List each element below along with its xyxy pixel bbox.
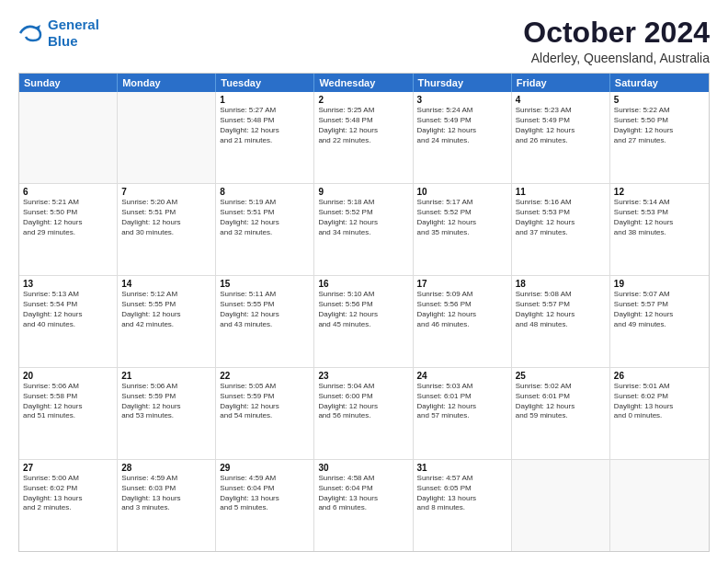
- logo-text: General Blue: [48, 17, 99, 50]
- cell-info-line: Daylight: 12 hours: [614, 126, 705, 136]
- cell-info-line: and 26 minutes.: [516, 136, 606, 146]
- day-cell-11: 11Sunrise: 5:16 AMSunset: 5:53 PMDayligh…: [512, 184, 610, 275]
- day-number: 19: [614, 279, 705, 289]
- cell-info-line: Sunrise: 5:06 AM: [23, 382, 113, 392]
- cell-info-line: and 6 minutes.: [318, 503, 408, 513]
- empty-cell: [610, 460, 709, 551]
- day-cell-24: 24Sunrise: 5:03 AMSunset: 6:01 PMDayligh…: [414, 368, 512, 459]
- cell-info-line: Sunset: 5:50 PM: [23, 208, 113, 218]
- calendar-row-0: 1Sunrise: 5:27 AMSunset: 5:48 PMDaylight…: [19, 92, 709, 184]
- empty-cell: [512, 460, 610, 551]
- cell-info-line: and 54 minutes.: [220, 411, 310, 421]
- cell-info-line: Daylight: 12 hours: [121, 310, 211, 320]
- cell-info-line: Sunrise: 5:08 AM: [516, 290, 606, 300]
- day-number: 23: [318, 371, 408, 381]
- cell-info-line: Sunset: 5:52 PM: [318, 208, 408, 218]
- cell-info-line: Daylight: 12 hours: [516, 310, 606, 320]
- cell-info-line: Sunset: 6:02 PM: [23, 484, 113, 494]
- cell-info-line: Sunrise: 5:25 AM: [318, 106, 408, 116]
- day-number: 20: [23, 371, 113, 381]
- cell-info-line: Sunset: 5:57 PM: [614, 300, 705, 310]
- day-header-saturday: Saturday: [610, 74, 709, 92]
- cell-info-line: Daylight: 13 hours: [23, 494, 113, 504]
- cell-info-line: and 35 minutes.: [417, 228, 507, 238]
- day-number: 18: [516, 279, 606, 289]
- cell-info-line: and 29 minutes.: [23, 228, 113, 238]
- cell-info-line: Sunrise: 5:10 AM: [318, 290, 408, 300]
- cell-info-line: Sunrise: 5:03 AM: [417, 382, 507, 392]
- cell-info-line: Sunrise: 5:27 AM: [220, 106, 310, 116]
- cell-info-line: Sunset: 5:56 PM: [318, 300, 408, 310]
- cell-info-line: Sunrise: 4:59 AM: [220, 474, 310, 484]
- cell-info-line: Daylight: 12 hours: [318, 310, 408, 320]
- month-title: October 2024: [523, 17, 710, 49]
- day-cell-18: 18Sunrise: 5:08 AMSunset: 5:57 PMDayligh…: [512, 276, 610, 367]
- cell-info-line: and 32 minutes.: [220, 228, 310, 238]
- cell-info-line: Daylight: 12 hours: [220, 402, 310, 412]
- cell-info-line: Sunrise: 5:14 AM: [614, 198, 705, 208]
- cell-info-line: Daylight: 12 hours: [417, 126, 507, 136]
- cell-info-line: Sunset: 5:56 PM: [417, 300, 507, 310]
- cell-info-line: and 40 minutes.: [23, 320, 113, 330]
- cell-info-line: Sunrise: 5:04 AM: [318, 382, 408, 392]
- day-cell-7: 7Sunrise: 5:20 AMSunset: 5:51 PMDaylight…: [118, 184, 216, 275]
- cell-info-line: Sunset: 6:04 PM: [220, 484, 310, 494]
- cell-info-line: Sunset: 5:55 PM: [220, 300, 310, 310]
- cell-info-line: Sunrise: 5:01 AM: [614, 382, 705, 392]
- cell-info-line: Sunset: 6:04 PM: [318, 484, 408, 494]
- cell-info-line: Sunrise: 5:05 AM: [220, 382, 310, 392]
- cell-info-line: and 8 minutes.: [417, 503, 507, 513]
- day-cell-14: 14Sunrise: 5:12 AMSunset: 5:55 PMDayligh…: [118, 276, 216, 367]
- cell-info-line: Sunset: 6:01 PM: [417, 392, 507, 402]
- cell-info-line: Sunrise: 5:20 AM: [121, 198, 211, 208]
- cell-info-line: and 34 minutes.: [318, 228, 408, 238]
- cell-info-line: and 53 minutes.: [121, 411, 211, 421]
- cell-info-line: Sunset: 5:49 PM: [516, 116, 606, 126]
- day-cell-16: 16Sunrise: 5:10 AMSunset: 5:56 PMDayligh…: [314, 276, 413, 367]
- day-cell-23: 23Sunrise: 5:04 AMSunset: 6:00 PMDayligh…: [314, 368, 413, 459]
- cell-info-line: Sunset: 5:48 PM: [220, 116, 310, 126]
- day-cell-31: 31Sunrise: 4:57 AMSunset: 6:05 PMDayligh…: [414, 460, 512, 551]
- cell-info-line: Sunset: 6:05 PM: [417, 484, 507, 494]
- cell-info-line: Sunset: 5:52 PM: [417, 208, 507, 218]
- day-header-friday: Friday: [512, 74, 610, 92]
- cell-info-line: and 56 minutes.: [318, 411, 408, 421]
- cell-info-line: Sunset: 5:53 PM: [614, 208, 705, 218]
- cell-info-line: and 0 minutes.: [614, 411, 705, 421]
- day-number: 22: [220, 371, 310, 381]
- day-cell-25: 25Sunrise: 5:02 AMSunset: 6:01 PMDayligh…: [512, 368, 610, 459]
- cell-info-line: Daylight: 12 hours: [23, 402, 113, 412]
- calendar-row-2: 13Sunrise: 5:13 AMSunset: 5:54 PMDayligh…: [19, 276, 709, 368]
- logo-icon: [18, 20, 44, 46]
- header: General Blue October 2024 Alderley, Quee…: [18, 17, 710, 65]
- cell-info-line: Daylight: 12 hours: [417, 218, 507, 228]
- cell-info-line: Sunrise: 5:22 AM: [614, 106, 705, 116]
- cell-info-line: Sunrise: 5:19 AM: [220, 198, 310, 208]
- cell-info-line: Daylight: 12 hours: [23, 218, 113, 228]
- day-number: 8: [220, 187, 310, 197]
- day-header-wednesday: Wednesday: [314, 74, 413, 92]
- day-number: 5: [614, 95, 705, 105]
- day-number: 29: [220, 463, 310, 473]
- cell-info-line: Sunrise: 4:57 AM: [417, 474, 507, 484]
- day-number: 12: [614, 187, 705, 197]
- cell-info-line: and 45 minutes.: [318, 320, 408, 330]
- day-number: 7: [121, 187, 211, 197]
- cell-info-line: Daylight: 12 hours: [614, 310, 705, 320]
- empty-cell: [118, 92, 216, 183]
- cell-info-line: Daylight: 13 hours: [318, 494, 408, 504]
- day-cell-10: 10Sunrise: 5:17 AMSunset: 5:52 PMDayligh…: [414, 184, 512, 275]
- day-number: 30: [318, 463, 408, 473]
- cell-info-line: and 22 minutes.: [318, 136, 408, 146]
- day-header-monday: Monday: [118, 74, 216, 92]
- day-number: 9: [318, 187, 408, 197]
- cell-info-line: Sunset: 5:50 PM: [614, 116, 705, 126]
- cell-info-line: Daylight: 12 hours: [23, 310, 113, 320]
- cell-info-line: Sunset: 5:59 PM: [121, 392, 211, 402]
- cell-info-line: Sunrise: 5:06 AM: [121, 382, 211, 392]
- cell-info-line: Daylight: 12 hours: [318, 218, 408, 228]
- calendar: SundayMondayTuesdayWednesdayThursdayFrid…: [18, 73, 710, 552]
- day-number: 31: [417, 463, 507, 473]
- cell-info-line: Sunset: 5:55 PM: [121, 300, 211, 310]
- day-number: 3: [417, 95, 507, 105]
